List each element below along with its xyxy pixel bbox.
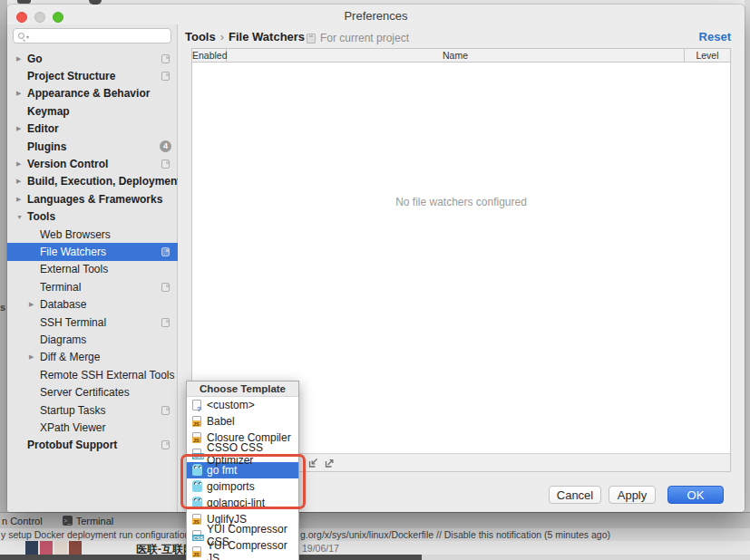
file-type-badge: CSS <box>192 453 204 459</box>
file-type-badge: JS <box>192 518 200 525</box>
sidebar-item-label: Go <box>27 53 161 65</box>
sidebar-item-label: Tools <box>27 210 178 223</box>
template-item-yui-compressor-js[interactable]: JSYUI Compressor JS <box>187 544 298 560</box>
template-item-label: YUI Compressor JS <box>207 539 298 560</box>
sidebar-item-label: Editor <box>27 122 178 135</box>
sidebar-item-external-tools[interactable]: External Tools <box>7 261 178 278</box>
sidebar-item-label: Version Control <box>27 158 161 170</box>
title-bar: Preferences <box>7 5 745 24</box>
sidebar-item-server-certificates[interactable]: Server Certificates <box>7 383 178 401</box>
breadcrumb-tools[interactable]: Tools <box>185 30 216 43</box>
go-template-icon <box>191 464 203 477</box>
thumbnail <box>25 541 38 555</box>
file-type-badge: ? <box>196 406 202 412</box>
file-icon: JS <box>192 514 201 525</box>
sidebar-item-version-control[interactable]: ▶Version Control <box>7 155 178 172</box>
sidebar-item-label: Server Certificates <box>40 386 178 399</box>
chevron-right-icon[interactable]: ▶ <box>16 160 27 168</box>
sidebar-item-label: Project Structure <box>27 70 161 82</box>
ok-button[interactable]: OK <box>667 486 724 504</box>
sidebar-item-remote-ssh-external-tools[interactable]: Remote SSH External Tools <box>7 366 178 383</box>
template-item-csso-css-optimizer[interactable]: CSSCSSO CSS Optimizer <box>187 446 298 462</box>
sidebar-item-keymap[interactable]: Keymap <box>7 102 178 120</box>
sidebar-item-editor[interactable]: ▶Editor <box>7 121 178 138</box>
table-header: Enabled Name Level <box>192 49 730 63</box>
sidebar-item-tools[interactable]: ▼Tools <box>7 208 178 226</box>
sidebar-item-startup-tasks[interactable]: Startup Tasks <box>7 401 178 419</box>
sidebar-item-project-structure[interactable]: Project Structure <box>7 67 178 84</box>
template-item-custom[interactable]: ?<custom> <box>187 397 298 413</box>
project-level-badge-icon <box>161 440 170 449</box>
template-item-label: goimports <box>207 480 255 493</box>
sidebar-item-go[interactable]: ▶Go <box>7 50 178 67</box>
terminal-icon: >_ <box>63 516 73 526</box>
sidebar-item-ssh-terminal[interactable]: SSH Terminal <box>7 314 178 331</box>
cancel-button[interactable]: Cancel <box>549 486 601 504</box>
file-icon: JS <box>192 432 201 443</box>
template-item-label: CSSO CSS Optimizer <box>207 441 298 467</box>
file-type-badge: JS <box>192 551 200 557</box>
js-file-icon: JS <box>191 431 203 444</box>
chevron-right-icon[interactable]: ▶ <box>16 90 27 97</box>
file-type-badge: JS <box>192 420 200 427</box>
file-icon: JS <box>192 546 201 557</box>
template-item-label: golangci-lint <box>207 497 265 509</box>
popup-title: Choose Template <box>187 381 298 397</box>
sidebar-item-diff-merge[interactable]: ▶Diff & Merge <box>7 349 178 366</box>
window-title: Preferences <box>7 9 745 23</box>
chevron-right-icon[interactable]: ▶ <box>29 301 40 308</box>
sidebar-item-build-execution-deployment[interactable]: ▶Build, Execution, Deployment <box>7 173 178 190</box>
file-type-badge: JS <box>192 437 200 443</box>
chevron-right-icon[interactable]: ▶ <box>16 125 27 132</box>
settings-search-box[interactable]: ▾ <box>13 28 171 43</box>
chevron-right-icon[interactable]: ▶ <box>16 196 27 203</box>
import-watchers-icon[interactable] <box>307 457 320 469</box>
chevron-right-icon[interactable]: ▶ <box>29 353 40 361</box>
column-header-enabled[interactable]: Enabled <box>192 49 227 62</box>
chevron-right-icon[interactable]: ▶ <box>16 178 27 185</box>
sidebar-item-xpath-viewer[interactable]: XPath Viewer <box>7 419 178 436</box>
template-item-label: go fmt <box>207 464 237 477</box>
sidebar-item-diagrams[interactable]: Diagrams <box>7 331 178 348</box>
sidebar-item-terminal[interactable]: Terminal <box>7 278 178 295</box>
sidebar-item-protobuf-support[interactable]: Protobuf Support <box>7 437 178 454</box>
search-input[interactable] <box>34 29 168 43</box>
tab-version-control[interactable]: n Control <box>2 516 43 526</box>
sidebar-item-plugins[interactable]: Plugins4 <box>7 138 178 155</box>
project-level-badge-icon <box>161 159 170 169</box>
sidebar-item-label: Startup Tasks <box>40 404 161 417</box>
sidebar-item-languages-frameworks[interactable]: ▶Languages & Frameworks <box>7 190 178 208</box>
project-level-badge-icon <box>161 247 170 256</box>
sidebar-item-database[interactable]: ▶Database <box>7 295 178 313</box>
tool-window-bar: n Control >_ Terminal <box>0 512 750 528</box>
sidebar-item-web-browsers[interactable]: Web Browsers <box>7 226 178 243</box>
template-item-golangci-lint[interactable]: golangci-lint <box>187 495 298 511</box>
sidebar-item-label: Keymap <box>27 105 178 118</box>
column-header-name[interactable]: Name <box>227 49 685 62</box>
chevron-down-icon[interactable]: ▼ <box>16 214 27 220</box>
reset-link[interactable]: Reset <box>699 30 731 43</box>
plugins-count-badge: 4 <box>160 140 171 152</box>
template-item-goimports[interactable]: goimports <box>187 478 298 495</box>
sidebar-item-label: Build, Execution, Deployment <box>27 175 178 188</box>
chevron-right-icon[interactable]: ▶ <box>16 55 27 63</box>
background-text-fragment: s <box>0 302 5 313</box>
apply-button[interactable]: Apply <box>609 486 656 504</box>
project-level-badge-icon <box>161 406 170 415</box>
status-message-right[interactable]: g.org/x/sys/unix/linux/Dockerfile // Dis… <box>300 529 610 540</box>
sidebar-item-label: Diff & Merge <box>40 351 178 363</box>
settings-sidebar: ▾ ▶GoProject Structure▶Appearance & Beha… <box>7 24 178 512</box>
file-icon: ? <box>192 400 201 410</box>
sidebar-item-file-watchers[interactable]: File Watchers <box>7 243 178 260</box>
tab-terminal[interactable]: Terminal <box>76 516 114 526</box>
template-item-babel[interactable]: JSBabel <box>187 413 298 430</box>
sidebar-item-label: XPath Viewer <box>40 421 178 434</box>
sidebar-item-appearance-behavior[interactable]: ▶Appearance & Behavior <box>7 85 178 102</box>
project-level-badge-icon <box>161 318 170 327</box>
project-scope-icon <box>307 34 316 43</box>
thumbnail <box>40 541 53 555</box>
column-header-level[interactable]: Level <box>685 49 730 62</box>
breadcrumb-separator: › <box>216 30 229 43</box>
export-watchers-icon[interactable] <box>324 457 336 469</box>
sidebar-item-label: Web Browsers <box>40 228 178 241</box>
